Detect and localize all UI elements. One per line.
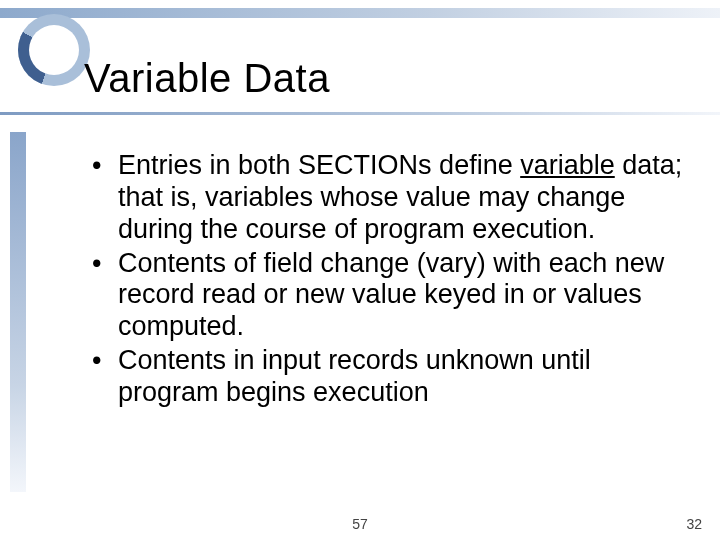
slide-number: 32 xyxy=(686,516,702,532)
slide: Variable Data Entries in both SECTIONs d… xyxy=(0,0,720,540)
slide-title: Variable Data xyxy=(84,56,330,101)
bullet-text: Contents in input records unknown until … xyxy=(118,345,591,407)
bullet-text: Contents of field change (vary) with eac… xyxy=(118,248,664,342)
bullet-text-pre: Entries in both SECTIONs define xyxy=(118,150,520,180)
bullet-item: Entries in both SECTIONs define variable… xyxy=(88,150,688,246)
title-underline xyxy=(0,112,720,115)
left-accent-bar xyxy=(10,132,26,492)
bullet-item: Contents in input records unknown until … xyxy=(88,345,688,409)
bullet-text-underlined: variable xyxy=(520,150,615,180)
footer-center-number: 57 xyxy=(0,516,720,532)
content-area: Entries in both SECTIONs define variable… xyxy=(88,150,688,411)
top-accent-bar xyxy=(0,8,720,18)
logo-icon xyxy=(18,14,90,86)
bullet-item: Contents of field change (vary) with eac… xyxy=(88,248,688,344)
